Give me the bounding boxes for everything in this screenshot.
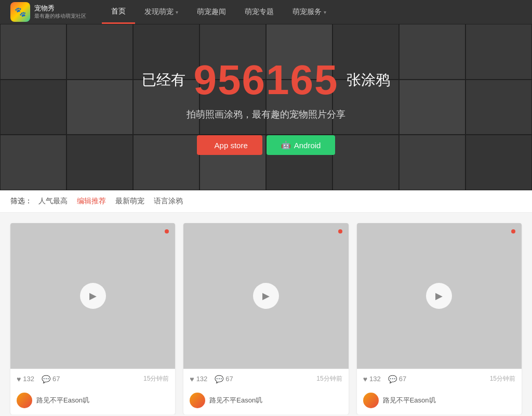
username-1: 路见不平Eason叽 bbox=[36, 396, 89, 405]
android-button[interactable]: 🤖 Android bbox=[267, 135, 336, 155]
card-1: ▶ ♥ 132 💬 67 15分钟前 路见不平Eason叽 bbox=[10, 223, 175, 414]
logo-subtitle: 最有趣的移动萌宠社区 bbox=[34, 12, 86, 20]
card-image-2[interactable]: ▶ bbox=[183, 223, 348, 369]
play-button-1[interactable]: ▶ bbox=[80, 283, 106, 309]
nav-item-discover[interactable]: 发现萌宠 ▾ bbox=[135, 0, 188, 24]
filter-popular[interactable]: 人气最高 bbox=[38, 197, 68, 206]
comments-stat-2: 💬 67 bbox=[215, 375, 233, 383]
card-image-1[interactable]: ▶ bbox=[10, 223, 175, 369]
comments-stat-3: 💬 67 bbox=[388, 375, 406, 383]
likes-count-2: 132 bbox=[196, 375, 208, 383]
heart-icon-3: ♥ bbox=[363, 375, 367, 383]
android-label: Android bbox=[294, 141, 321, 150]
card-dot-3 bbox=[511, 229, 515, 233]
nav-item-special[interactable]: 萌宠专题 bbox=[235, 0, 283, 24]
hero-count-row: 已经有 956165 张涂鸦 bbox=[142, 59, 391, 101]
nav-label-service: 萌宠服务 bbox=[292, 7, 322, 17]
nav-item-home[interactable]: 首页 bbox=[102, 0, 135, 24]
chevron-down-icon: ▾ bbox=[176, 9, 178, 15]
hero-subtitle: 拍萌照画涂鸦，最有趣的宠物照片分享 bbox=[187, 108, 345, 121]
username-2: 路见不平Eason叽 bbox=[209, 396, 262, 405]
card-stats-2: ♥ 132 💬 67 15分钟前 bbox=[183, 369, 348, 388]
likes-stat-1: ♥ 132 bbox=[17, 375, 34, 383]
likes-stat-2: ♥ 132 bbox=[190, 375, 207, 383]
card-stats-3: ♥ 132 💬 67 15分钟前 bbox=[357, 369, 522, 388]
card-dot-1 bbox=[165, 229, 169, 233]
likes-count-3: 132 bbox=[369, 375, 381, 383]
play-button-3[interactable]: ▶ bbox=[426, 283, 452, 309]
card-3: ▶ ♥ 132 💬 67 15分钟前 路见不平Eason叽 bbox=[357, 223, 522, 414]
comment-icon-2: 💬 bbox=[215, 375, 223, 383]
comment-icon-1: 💬 bbox=[42, 375, 50, 383]
card-stats-1: ♥ 132 💬 67 15分钟前 bbox=[10, 369, 175, 388]
avatar-2[interactable] bbox=[190, 393, 205, 408]
logo-name: 宠物秀 bbox=[34, 4, 86, 13]
username-3: 路见不平Eason叽 bbox=[383, 396, 436, 405]
nav-item-fun[interactable]: 萌宠趣闻 bbox=[188, 0, 235, 24]
hero-section: 已经有 956165 张涂鸦 拍萌照画涂鸦，最有趣的宠物照片分享 App sto… bbox=[0, 24, 532, 190]
hero-number: 956165 bbox=[194, 59, 339, 101]
likes-stat-3: ♥ 132 bbox=[363, 375, 381, 383]
time-ago-3: 15分钟前 bbox=[490, 374, 515, 383]
nav-label-home: 首页 bbox=[111, 7, 126, 16]
nav-label-special: 萌宠专题 bbox=[245, 7, 274, 17]
filter-bar: 筛选： 人气最高 编辑推荐 最新萌宠 语言涂鸦 bbox=[0, 190, 532, 213]
navbar: 🐾 宠物秀 最有趣的移动萌宠社区 首页 发现萌宠 ▾ 萌宠趣闻 萌宠专题 萌宠服… bbox=[0, 0, 532, 24]
filter-label: 筛选： bbox=[10, 197, 32, 206]
hero-content: 已经有 956165 张涂鸦 拍萌照画涂鸦，最有趣的宠物照片分享 App sto… bbox=[0, 24, 532, 190]
appstore-button[interactable]: App store bbox=[197, 135, 262, 155]
hero-prefix: 已经有 bbox=[142, 70, 185, 90]
card-user-3: 路见不平Eason叽 bbox=[357, 388, 522, 414]
card-image-3[interactable]: ▶ bbox=[357, 223, 522, 369]
avatar-3[interactable] bbox=[363, 393, 379, 408]
filter-graffiti[interactable]: 语言涂鸦 bbox=[154, 197, 183, 206]
heart-icon-1: ♥ bbox=[17, 375, 21, 383]
avatar-1[interactable] bbox=[17, 393, 32, 408]
nav-label-discover: 发现萌宠 bbox=[144, 7, 174, 17]
card-2: ▶ ♥ 132 💬 67 15分钟前 路见不平Eason叽 bbox=[183, 223, 348, 414]
appstore-label: App store bbox=[215, 141, 248, 150]
time-ago-2: 15分钟前 bbox=[316, 374, 342, 383]
logo[interactable]: 🐾 宠物秀 最有趣的移动萌宠社区 bbox=[10, 2, 86, 22]
android-icon: 🤖 bbox=[281, 140, 291, 150]
nav-label-fun: 萌宠趣闻 bbox=[197, 7, 226, 17]
filter-editor[interactable]: 编辑推荐 bbox=[77, 197, 106, 206]
comments-count-1: 67 bbox=[52, 375, 60, 383]
chevron-down-icon-service: ▾ bbox=[324, 9, 326, 15]
hero-buttons: App store 🤖 Android bbox=[197, 135, 336, 155]
card-dot-2 bbox=[338, 229, 342, 233]
heart-icon-2: ♥ bbox=[190, 375, 194, 383]
comments-stat-1: 💬 67 bbox=[42, 375, 60, 383]
nav-item-service[interactable]: 萌宠服务 ▾ bbox=[283, 0, 336, 24]
likes-count-1: 132 bbox=[23, 375, 34, 383]
play-button-2[interactable]: ▶ bbox=[253, 283, 279, 309]
hero-suffix: 张涂鸦 bbox=[347, 70, 390, 90]
filter-new[interactable]: 最新萌宠 bbox=[115, 197, 144, 206]
card-user-2: 路见不平Eason叽 bbox=[183, 388, 348, 414]
time-ago-1: 15分钟前 bbox=[143, 374, 169, 383]
card-user-1: 路见不平Eason叽 bbox=[10, 388, 175, 414]
nav-items: 首页 发现萌宠 ▾ 萌宠趣闻 萌宠专题 萌宠服务 ▾ bbox=[102, 0, 336, 24]
logo-icon: 🐾 bbox=[10, 2, 30, 22]
comments-count-3: 67 bbox=[399, 375, 406, 383]
comments-count-2: 67 bbox=[225, 375, 233, 383]
comment-icon-3: 💬 bbox=[388, 375, 397, 383]
cards-section: ▶ ♥ 132 💬 67 15分钟前 路见不平Eason叽 ▶ ♥ bbox=[0, 213, 532, 414]
